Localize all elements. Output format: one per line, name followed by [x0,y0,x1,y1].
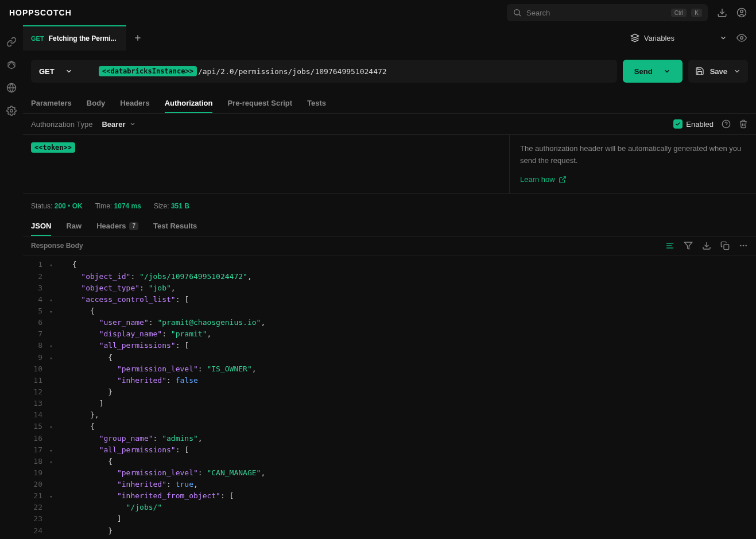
rail-graphql-icon[interactable] [6,60,17,70]
save-label: Save [710,67,727,76]
chevron-down-icon [663,67,671,75]
svg-point-25 [741,246,741,246]
url-path: /api/2.0/permissions/jobs/10976499510244… [198,67,387,76]
kbd-k: K [691,9,702,17]
save-icon [695,67,704,76]
resp-tab-raw[interactable]: Raw [66,222,82,236]
svg-point-11 [10,110,13,113]
token-chip: <<token>> [31,142,75,153]
chevron-down-icon [65,67,73,75]
download-response-icon[interactable] [702,241,711,250]
user-icon[interactable] [736,7,747,18]
auth-enabled-toggle[interactable]: Enabled [673,119,714,129]
more-icon[interactable] [739,241,748,250]
filter-icon[interactable] [684,241,693,250]
rail-globe-icon[interactable] [6,83,17,93]
svg-marker-22 [684,242,692,249]
variables-button[interactable]: Variables [630,33,727,42]
headers-count-badge: 7 [129,222,138,230]
resp-tab-test-results[interactable]: Test Results [153,222,197,236]
time-block: Time: 1074 ms [95,202,141,210]
resp-tab-headers[interactable]: Headers 7 [96,222,138,236]
auth-hint-text: The authorization header will be automat… [520,143,746,167]
svg-rect-24 [724,245,729,250]
url-variable-chip: <<databricksInstance>> [99,66,197,76]
svg-marker-14 [631,34,638,38]
variables-label: Variables [644,34,674,42]
copy-response-icon[interactable] [720,241,730,250]
wrap-lines-icon[interactable] [665,241,674,250]
rail-link-icon[interactable] [6,37,17,47]
tab-tests[interactable]: Tests [307,99,326,113]
search-box[interactable]: Ctrl K [507,4,708,21]
help-icon[interactable] [722,119,731,129]
svg-point-26 [743,246,743,246]
enabled-label: Enabled [686,120,714,129]
tab-parameters[interactable]: Parameters [31,99,72,113]
response-body-label: Response Body [31,242,83,250]
learn-how-link[interactable]: Learn how [520,174,567,186]
add-tab-button[interactable] [126,25,149,51]
svg-point-27 [746,246,746,246]
tab-prerequest[interactable]: Pre-request Script [227,99,292,113]
external-link-icon [559,176,567,184]
svg-point-15 [741,37,743,40]
request-tab[interactable]: GET Fetching the Permi... [23,25,126,51]
learn-how-label: Learn how [520,174,555,186]
layers-icon [630,33,639,42]
svg-line-1 [519,14,521,16]
download-icon[interactable] [717,7,727,18]
kbd-ctrl: Ctrl [671,9,687,17]
url-input[interactable]: <<databricksInstance>> /api/2.0/permissi… [94,60,617,83]
chevron-down-icon [733,67,741,75]
response-json-viewer[interactable]: 1▾ {2 "object_id": "/jobs/10976499510244… [23,255,756,539]
svg-point-0 [514,10,519,15]
tab-authorization[interactable]: Authorization [165,99,213,113]
check-icon [673,119,683,129]
rail-settings-icon[interactable] [6,106,17,116]
auth-type-label: Authorization Type [31,120,92,129]
size-block: Size: 351 B [154,202,189,210]
method-select[interactable]: GET [31,60,94,83]
svg-line-18 [562,177,565,180]
svg-point-4 [741,10,743,13]
send-button[interactable]: Send [623,60,683,83]
tab-method: GET [31,35,44,42]
tab-body[interactable]: Body [87,99,106,113]
auth-type-select[interactable]: Bearer [102,120,135,129]
search-icon [513,8,522,17]
app-logo: HOPPSCOTCH [9,8,72,17]
chevron-down-icon [129,121,136,127]
status-block: Status: 200 • OK [31,202,83,210]
tab-headers[interactable]: Headers [120,99,149,113]
trash-icon[interactable] [739,119,748,129]
method-label: GET [39,67,55,76]
search-input[interactable] [526,9,666,17]
send-label: Send [634,67,653,76]
eye-icon[interactable] [736,33,747,43]
tab-title: Fetching the Permi... [49,34,117,42]
auth-type-value: Bearer [102,120,125,129]
chevron-down-icon [719,34,727,42]
resp-tab-json[interactable]: JSON [31,222,51,236]
token-input[interactable]: <<token>> [23,135,509,193]
save-button[interactable]: Save [688,60,748,83]
